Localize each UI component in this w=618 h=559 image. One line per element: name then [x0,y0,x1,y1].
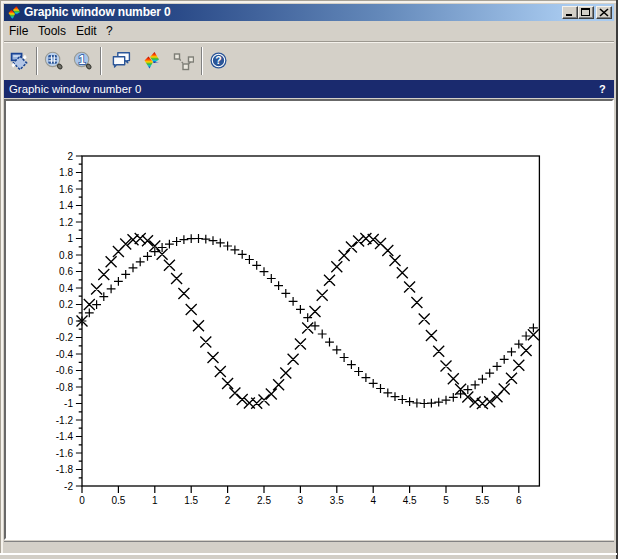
svg-text:0.8: 0.8 [59,250,73,261]
svg-text:-0.2: -0.2 [56,332,74,343]
svg-text:3.5: 3.5 [330,495,344,506]
svg-text:0.4: 0.4 [59,283,73,294]
svg-text:0.5: 0.5 [111,495,125,506]
svg-text:2: 2 [225,495,231,506]
svg-text:2: 2 [67,151,73,162]
svg-text:1.4: 1.4 [59,200,73,211]
svg-text:-1.2: -1.2 [56,415,74,426]
svg-text:-1.6: -1.6 [56,448,74,459]
svg-text:5: 5 [443,495,449,506]
svg-text:-1.8: -1.8 [56,464,74,475]
svg-text:-0.6: -0.6 [56,365,74,376]
svg-text:0.6: 0.6 [59,266,73,277]
svg-text:2.5: 2.5 [257,495,271,506]
svg-text:1.6: 1.6 [59,184,73,195]
svg-text:5.5: 5.5 [475,495,489,506]
svg-text:1: 1 [67,233,73,244]
svg-text:1.5: 1.5 [184,495,198,506]
svg-text:-2: -2 [64,481,73,492]
svg-text:1.2: 1.2 [59,217,73,228]
svg-text:4: 4 [370,495,376,506]
svg-text:4.5: 4.5 [403,495,417,506]
svg-text:6: 6 [516,495,522,506]
svg-text:0.2: 0.2 [59,299,73,310]
svg-text:3: 3 [298,495,304,506]
svg-text:1: 1 [152,495,158,506]
svg-text:1.8: 1.8 [59,167,73,178]
svg-text:-1.4: -1.4 [56,431,74,442]
svg-text:-0.4: -0.4 [56,349,74,360]
svg-text:0: 0 [67,316,73,327]
svg-text:-1: -1 [64,398,73,409]
svg-text:0: 0 [79,495,85,506]
svg-text:-0.8: -0.8 [56,382,74,393]
